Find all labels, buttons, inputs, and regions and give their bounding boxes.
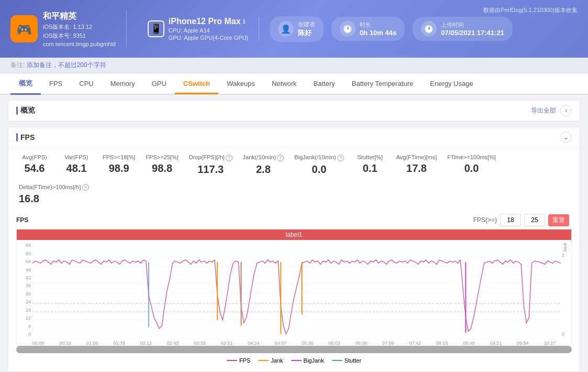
fps-sub-metric: Delta(FTime)>100ms[/h]? 16.8: [8, 184, 580, 212]
tab-battery-temp[interactable]: Battery Temperature: [343, 74, 422, 94]
tab-energy[interactable]: Energy Usage: [421, 74, 481, 94]
metric-bigjank-value: 0.0: [294, 163, 343, 176]
duration-label: 时长: [360, 21, 396, 29]
fps-x-axis: 00:00 00:33 01:06 01:39 02:12 02:45 03:1…: [17, 340, 571, 346]
drop-fps-help-icon[interactable]: ?: [226, 155, 232, 161]
x-label-7: 03:51: [221, 341, 233, 346]
metric-jank-value: 2.8: [243, 163, 284, 176]
legend-fps: FPS: [227, 357, 250, 364]
upload-icon: 🕐: [421, 21, 437, 37]
fps-chart-label: FPS: [16, 216, 28, 224]
fps-chart-svg: [32, 240, 561, 340]
svg-text:精英: 精英: [18, 33, 30, 39]
metric-ftime-100: FTime>=100ms[%] 0.0: [447, 154, 506, 180]
fps-ge-label: FPS(>=): [473, 216, 497, 224]
chart-scrollbar[interactable]: [16, 346, 572, 353]
legend-bigjank-color: [291, 360, 302, 361]
fps-collapse-button[interactable]: ⌄: [560, 132, 572, 143]
y-label-66: 66: [17, 243, 32, 248]
metric-drop-fps-label: Drop(FPS)[/h]?: [189, 154, 232, 161]
metric-fps-25: FPS>=25[%] 98.8: [146, 154, 188, 180]
metric-drop-fps: Drop(FPS)[/h]? 117.3: [189, 154, 243, 180]
app-name: 和平精英: [43, 11, 116, 22]
device-info-icon[interactable]: ℹ: [243, 18, 246, 25]
device-gpu: GPU: Apple GPU(4-Core GPU): [169, 35, 248, 41]
notes-bar: 备注: 添加备注，不超过200个字符: [0, 58, 588, 73]
x-label-16: 08:48: [463, 341, 475, 346]
jank-axis-title: Jank: [561, 243, 571, 253]
delta-ftime-help-icon[interactable]: ?: [82, 184, 89, 191]
metric-stutter: Stutter[%] 0.1: [354, 154, 396, 180]
x-label-5: 02:45: [167, 341, 179, 346]
tab-battery[interactable]: Battery: [305, 74, 343, 94]
x-label-13: 07:09: [382, 341, 394, 346]
y-label-18: 18: [17, 308, 32, 313]
legend-jank-label: Jank: [271, 357, 283, 364]
tab-cswitch[interactable]: CSwitch: [175, 74, 218, 94]
app-text: 和平精英 iOS版本名: 1.13.12 iOS版本号: 9351 com.te…: [43, 11, 116, 47]
fps-section-title: FPS: [16, 133, 35, 141]
delta-ftime-value: 16.8: [19, 193, 569, 205]
fps-chart-container: FPS FPS(>=) 重置 label1: [8, 211, 580, 371]
scrollbar-thumb[interactable]: [16, 346, 572, 353]
duration-icon: 🕐: [340, 21, 356, 37]
fps-chart-wrapper: label1 66 60 54 48 42 36 30 24: [16, 229, 572, 344]
x-label-4: 02:12: [140, 341, 152, 346]
metric-avg-ftime: Avg(FTime)[ms] 17.8: [396, 154, 448, 180]
legend-stutter-label: Stutter: [345, 357, 361, 364]
tab-wakeups[interactable]: Wakeups: [218, 74, 263, 94]
overview-card: 概览 导出全部 ›: [8, 100, 580, 122]
chart-toolbar: FPS FPS(>=) 重置: [16, 211, 572, 229]
x-label-15: 08:15: [436, 341, 448, 346]
metric-var-fps-value: 48.1: [61, 162, 92, 174]
svg-text:和平: 和平: [18, 26, 30, 32]
creator-item: 👤 创建者 陈好: [270, 16, 324, 42]
fps-card: FPS ⌄ Avg(FPS) 54.6 Var(FPS) 48.1 FPS>=1…: [8, 127, 580, 372]
y-label-0: 0: [17, 332, 32, 337]
x-label-14: 07:42: [409, 341, 421, 346]
creator-label: 创建者: [298, 20, 315, 28]
tab-gpu[interactable]: GPU: [143, 74, 175, 94]
jank-y-axis: Jank 2 0: [561, 240, 571, 340]
tab-fps[interactable]: FPS: [41, 74, 71, 94]
legend-bigjank-label: BigJank: [304, 357, 324, 364]
jank-label-2: 2: [561, 253, 571, 258]
phone-icon: 📱: [148, 20, 164, 37]
export-all-button[interactable]: 导出全部: [531, 106, 556, 115]
overview-header: 概览 导出全部 ›: [8, 101, 580, 121]
metric-jank-label: Jank(/10min)?: [243, 154, 284, 161]
metric-bigjank-label: BigJank(/10min)?: [294, 154, 343, 161]
delta-ftime-label: Delta(FTime)>100ms[/h]?: [19, 184, 569, 191]
x-label-0: 00:00: [32, 341, 45, 346]
metric-avg-fps-value: 54.6: [19, 162, 50, 174]
y-label-36: 36: [17, 283, 32, 288]
overview-actions: 导出全部 ›: [531, 105, 572, 116]
overview-collapse-button[interactable]: ›: [560, 105, 572, 116]
fps-threshold-1-input[interactable]: [500, 214, 521, 226]
metric-fps-18-label: FPS>=18[%]: [103, 154, 135, 160]
metric-stutter-value: 0.1: [354, 162, 386, 174]
x-label-12: 06:36: [356, 341, 368, 346]
bigjank-help-icon[interactable]: ?: [337, 155, 344, 161]
tab-cpu[interactable]: CPU: [71, 74, 102, 94]
fps-threshold-2-input[interactable]: [524, 214, 545, 226]
metric-bigjank: BigJank(/10min)? 0.0: [294, 154, 354, 180]
x-label-11: 06:03: [328, 341, 340, 346]
x-label-9: 04:57: [275, 341, 287, 346]
creator-icon: 👤: [278, 21, 294, 37]
x-label-8: 04:24: [248, 341, 260, 346]
legend-stutter: Stutter: [332, 357, 361, 364]
tab-memory[interactable]: Memory: [102, 74, 143, 94]
jank-help-icon[interactable]: ?: [277, 155, 284, 161]
tab-network[interactable]: Network: [263, 74, 305, 94]
fps-reset-button[interactable]: 重置: [548, 214, 569, 226]
chart-svg-area: 66 60 54 48 42 36 30 24 18 12 6 0: [17, 240, 571, 340]
upload-value: 07/05/2021 17:41:21: [441, 29, 504, 37]
x-label-19: 10:27: [543, 341, 556, 346]
fps-header: FPS ⌄: [8, 127, 580, 148]
tab-overview[interactable]: 概览: [10, 73, 41, 95]
legend-jank-color: [258, 360, 269, 361]
metric-jank: Jank(/10min)? 2.8: [243, 154, 295, 180]
notes-add-link[interactable]: 添加备注，不超过200个字符: [27, 61, 106, 69]
metric-avg-ftime-value: 17.8: [396, 162, 437, 174]
